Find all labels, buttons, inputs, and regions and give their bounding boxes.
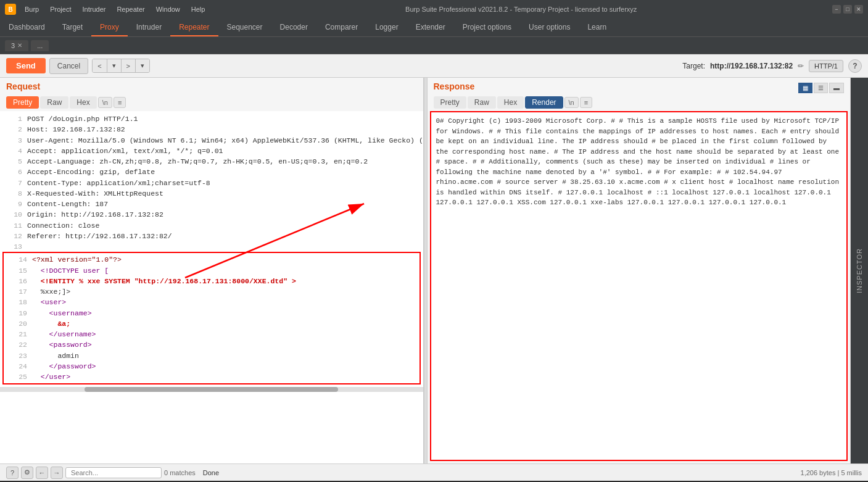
tab-more[interactable]: ... bbox=[31, 40, 49, 51]
inspector-label: INSPECTOR bbox=[856, 248, 863, 293]
nav-next-dropdown[interactable]: ▾ bbox=[136, 59, 149, 72]
request-title: Request bbox=[6, 81, 417, 91]
window-controls: − □ ✕ bbox=[832, 5, 863, 14]
nav-comparer[interactable]: Comparer bbox=[316, 19, 366, 36]
status-forward-button[interactable]: → bbox=[51, 467, 63, 479]
response-panel: Response ▦ ☰ ▬ Pretty Raw Hex Render \n … bbox=[428, 78, 851, 463]
send-button[interactable]: Send bbox=[6, 58, 46, 73]
menu-project[interactable]: Project bbox=[45, 4, 76, 14]
request-tab-pretty[interactable]: Pretty bbox=[6, 96, 39, 109]
code-line-9: 9Content-Length: 187 bbox=[0, 199, 423, 209]
response-view-tabs: Pretty Raw Hex Render \n ≡ bbox=[428, 96, 851, 111]
code-line-5: 5Accept-Language: zh-CN,zh;q=0.8, zh-TW;… bbox=[0, 156, 423, 167]
response-tab-hex[interactable]: Hex bbox=[497, 96, 524, 109]
request-panel: Request Pretty Raw Hex \n ≡ 1POST /doLog… bbox=[0, 78, 424, 463]
app-icon: B bbox=[5, 4, 16, 15]
tab-more-label: ... bbox=[37, 42, 43, 49]
code-line-23: 23 admin bbox=[5, 351, 418, 361]
code-line-18: 18 <user> bbox=[5, 297, 418, 307]
minimize-button[interactable]: − bbox=[832, 5, 841, 14]
status-back-button[interactable]: ← bbox=[36, 467, 48, 479]
code-line-14: 14<?xml version="1.0"?> bbox=[5, 254, 418, 265]
nav-prev-dropdown[interactable]: ▾ bbox=[107, 59, 122, 72]
menu-bar: Burp Project Intruder Repeater Window He… bbox=[20, 4, 210, 14]
nav-proxy[interactable]: Proxy bbox=[91, 19, 128, 36]
target-info: Target: http://192.168.17.132:82 ✏ HTTP/… bbox=[682, 59, 862, 73]
nav-decoder[interactable]: Decoder bbox=[271, 19, 316, 36]
http-version-selector[interactable]: HTTP/1 bbox=[809, 60, 843, 72]
code-line-24: 24 </password> bbox=[5, 361, 418, 372]
menu-window[interactable]: Window bbox=[151, 4, 185, 14]
nav-target[interactable]: Target bbox=[54, 19, 91, 36]
code-line-1: 1POST /doLogin.php HTTP/1.1 bbox=[0, 114, 423, 124]
response-tab-raw[interactable]: Raw bbox=[468, 96, 496, 109]
nav-next-button[interactable]: > bbox=[122, 59, 136, 72]
nav-prev-button[interactable]: < bbox=[93, 59, 107, 72]
maximize-button[interactable]: □ bbox=[843, 5, 852, 14]
nav-project-options[interactable]: Project options bbox=[454, 19, 520, 36]
resp-view-block[interactable]: ▬ bbox=[829, 83, 844, 93]
title-bar: B Burp Project Intruder Repeater Window … bbox=[0, 0, 868, 19]
status-settings-button[interactable]: ⚙ bbox=[21, 467, 33, 479]
code-line-17: 17 %xxe;]> bbox=[5, 286, 418, 297]
response-tab-render[interactable]: Render bbox=[525, 96, 563, 109]
cancel-button[interactable]: Cancel bbox=[49, 58, 88, 74]
status-help-button[interactable]: ? bbox=[6, 467, 19, 479]
menu-repeater[interactable]: Repeater bbox=[112, 4, 149, 14]
toolbar: Send Cancel < ▾ > ▾ Target: http://192.1… bbox=[0, 54, 868, 78]
window-title: Burp Suite Professional v2021.8.2 - Temp… bbox=[210, 6, 832, 13]
search-input[interactable] bbox=[65, 467, 162, 478]
request-tab-newline[interactable]: \n bbox=[98, 97, 112, 108]
code-line-2: 2Host: 192.168.17.132:82 bbox=[0, 124, 423, 135]
close-button[interactable]: ✕ bbox=[854, 5, 863, 14]
code-line-3: 3User-Agent: Mozilla/5.0 (Windows NT 6.1… bbox=[0, 135, 423, 146]
nav-learn[interactable]: Learn bbox=[579, 19, 615, 36]
code-line-13: 13 bbox=[0, 241, 423, 252]
menu-intruder[interactable]: Intruder bbox=[78, 4, 111, 14]
tab-3[interactable]: 3 ✕ bbox=[5, 40, 28, 51]
code-line-21: 21 </username> bbox=[5, 329, 418, 339]
nav-intruder[interactable]: Intruder bbox=[128, 19, 170, 36]
response-content-area[interactable]: 0# Copyright (c) 1993-2009 Microsoft Cor… bbox=[430, 111, 848, 461]
edit-target-icon[interactable]: ✏ bbox=[798, 62, 804, 70]
nav-sequencer[interactable]: Sequencer bbox=[218, 19, 271, 36]
scrollbar-thumb bbox=[85, 387, 338, 392]
code-line-8: 8X-Requested-With: XMLHttpRequest bbox=[0, 188, 423, 199]
request-tab-menu[interactable]: ≡ bbox=[114, 97, 126, 108]
xml-body-outline: 14<?xml version="1.0"?> 15 <!DOCTYPE use… bbox=[2, 252, 421, 384]
status-bar: ? ⚙ ← → 0 matches Done 1,206 bytes | 5 m… bbox=[0, 463, 868, 481]
code-line-4: 4Accept: application/xml, text/xml, */*;… bbox=[0, 146, 423, 156]
bytes-info: 1,206 bytes | 5 millis bbox=[801, 469, 862, 476]
request-code-area[interactable]: 1POST /doLogin.php HTTP/1.1 2Host: 192.1… bbox=[0, 111, 423, 463]
code-line-19: 19 <username> bbox=[5, 308, 418, 318]
response-tab-pretty[interactable]: Pretty bbox=[434, 96, 466, 109]
code-line-25: 25 </user> bbox=[5, 372, 418, 382]
target-label: Target: bbox=[682, 62, 705, 70]
nav-dashboard[interactable]: Dashboard bbox=[0, 19, 54, 36]
nav-logger[interactable]: Logger bbox=[366, 19, 407, 36]
response-tab-newline[interactable]: \n bbox=[564, 97, 579, 108]
help-button[interactable]: ? bbox=[848, 59, 862, 73]
status-done-text: Done bbox=[203, 469, 219, 476]
nav-extender[interactable]: Extender bbox=[407, 19, 454, 36]
nav-user-options[interactable]: User options bbox=[520, 19, 579, 36]
inspector-sidebar: INSPECTOR bbox=[851, 78, 868, 463]
response-title: Response bbox=[434, 81, 475, 91]
menu-burp[interactable]: Burp bbox=[20, 4, 44, 14]
tab-close-icon[interactable]: ✕ bbox=[17, 42, 22, 49]
tab-bar: 3 ✕ ... bbox=[0, 37, 868, 54]
resp-view-grid[interactable]: ▦ bbox=[798, 83, 812, 93]
nav-bar: Dashboard Target Proxy Intruder Repeater… bbox=[0, 19, 868, 37]
nav-repeater[interactable]: Repeater bbox=[170, 19, 218, 36]
code-line-11: 11Connection: close bbox=[0, 220, 423, 231]
matches-text: 0 matches bbox=[164, 469, 196, 476]
request-tab-raw[interactable]: Raw bbox=[40, 96, 68, 109]
main-area: Request Pretty Raw Hex \n ≡ 1POST /doLog… bbox=[0, 78, 868, 463]
response-tab-menu[interactable]: ≡ bbox=[580, 97, 592, 108]
code-line-12: 12Referer: http://192.168.17.132:82/ bbox=[0, 231, 423, 241]
code-line-22: 22 <password> bbox=[5, 339, 418, 350]
resp-view-list[interactable]: ☰ bbox=[814, 83, 828, 93]
menu-help[interactable]: Help bbox=[186, 4, 210, 14]
request-scrollbar-h[interactable] bbox=[0, 387, 423, 392]
request-tab-hex[interactable]: Hex bbox=[70, 96, 96, 109]
